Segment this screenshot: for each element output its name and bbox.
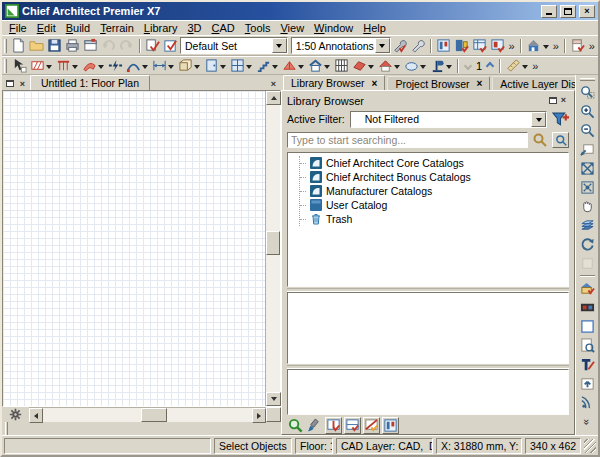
add-filter-funnel-icon[interactable] <box>552 111 569 128</box>
open-plan-button[interactable] <box>28 37 46 55</box>
menu-terrain[interactable]: Terrain <box>95 22 139 34</box>
tree-item-manufacturer-catalogs[interactable]: Manufacturer Catalogs <box>300 184 471 198</box>
dropdown-arrow-icon[interactable] <box>272 65 278 72</box>
dropdown-arrow-icon[interactable] <box>298 65 304 72</box>
plan-settings-button[interactable] <box>2 407 29 422</box>
tree-item-core-catalogs[interactable]: Chief Architect Core Catalogs <box>300 156 471 170</box>
edit-active-defaults-button[interactable] <box>391 37 409 55</box>
measure-tools-button[interactable] <box>504 57 522 75</box>
tab-active-layer-display-options[interactable]: Active Layer Display Options × <box>492 76 575 90</box>
annotation-scale-dropdown-button[interactable] <box>375 38 390 53</box>
float-window-button[interactable] <box>4 78 15 89</box>
door-tools-button[interactable] <box>202 57 220 75</box>
horizontal-scroll-thumb[interactable] <box>141 408 167 422</box>
cabinet-tools-button[interactable] <box>176 57 194 75</box>
library-options-button[interactable] <box>382 417 399 434</box>
dropdown-arrow-icon[interactable] <box>394 65 400 72</box>
filter-dropdown-button[interactable] <box>531 112 546 127</box>
fill-window-building-button[interactable] <box>577 178 597 197</box>
layer-sets-button[interactable] <box>577 216 597 235</box>
camera-view-button[interactable] <box>577 279 597 298</box>
close-button[interactable]: × <box>579 5 595 18</box>
rotate-view-button[interactable] <box>577 235 597 254</box>
library-search-input[interactable] <box>287 132 528 148</box>
dropdown-arrow-icon[interactable] <box>522 65 528 72</box>
tree-item-trash[interactable]: Trash <box>300 212 471 226</box>
electrical-tools-button[interactable] <box>106 57 124 75</box>
annotation-scale-combobox[interactable]: 1:50 Annotations <box>291 37 391 54</box>
toolbar-grip[interactable] <box>4 39 7 53</box>
export-picture-button[interactable] <box>82 37 100 55</box>
dropdown-arrow-icon[interactable] <box>246 65 252 72</box>
undo-button[interactable] <box>100 37 118 55</box>
close-pane-button[interactable]: × <box>17 78 28 89</box>
close-panel-button[interactable]: × <box>558 95 569 106</box>
dropdown-arrow-icon[interactable] <box>324 65 330 72</box>
menu-help[interactable]: Help <box>358 22 391 34</box>
dropdown-arrow-icon[interactable] <box>194 65 200 72</box>
tab-floor-plan[interactable]: Untitled 1: Floor Plan <box>30 75 150 90</box>
floor-down-button[interactable] <box>464 61 472 69</box>
dimension-tools-button[interactable] <box>150 57 168 75</box>
settings-wrench-button[interactable] <box>409 37 427 55</box>
roof-tools-button[interactable] <box>280 57 298 75</box>
new-plan-button[interactable] <box>10 37 28 55</box>
dropdown-arrow-icon[interactable] <box>446 65 452 72</box>
undo-zoom-button[interactable] <box>577 140 597 159</box>
plan-preview-button[interactable] <box>577 336 597 355</box>
skylight-tools-button[interactable] <box>350 57 368 75</box>
tab-library-browser[interactable]: Library Browser × <box>283 75 385 90</box>
toolbar-overflow-button[interactable]: » <box>587 40 597 52</box>
dropdown-arrow-icon[interactable] <box>420 65 426 72</box>
toolbar-overflow-button[interactable]: » <box>551 40 561 52</box>
vertical-scroll-thumb[interactable] <box>266 231 280 255</box>
advanced-search-button[interactable] <box>552 132 569 148</box>
toggle-preview-button[interactable] <box>287 417 304 434</box>
toolbar-grip[interactable] <box>580 78 595 81</box>
arc-tools-button[interactable] <box>124 57 142 75</box>
column-tools-button[interactable] <box>428 57 446 75</box>
default-set-combobox[interactable]: Default Set <box>180 37 288 54</box>
menu-edit[interactable]: Edit <box>32 22 61 34</box>
tree-item-bonus-catalogs[interactable]: Chief Architect Bonus Catalogs <box>300 170 471 184</box>
camera-views-button[interactable] <box>525 37 543 55</box>
dropdown-arrow-icon[interactable] <box>142 65 148 72</box>
horizontal-scrollbar[interactable] <box>29 407 266 422</box>
menu-file[interactable]: File <box>4 22 32 34</box>
vertical-scroll-track[interactable] <box>266 105 280 392</box>
menu-window[interactable]: Window <box>309 22 358 34</box>
active-defaults-button[interactable] <box>162 37 180 55</box>
framed-view-button[interactable] <box>577 317 597 336</box>
sound-tool-button[interactable] <box>577 393 597 412</box>
text-tool-button[interactable] <box>577 355 597 374</box>
railing-tools-button[interactable] <box>54 57 72 75</box>
toolbar-overflow-button[interactable]: » <box>507 40 517 52</box>
plan-dialog-button[interactable] <box>435 37 453 55</box>
toolbar-grip[interactable] <box>4 59 7 73</box>
library-dialog-button[interactable] <box>453 37 471 55</box>
dropdown-arrow-icon[interactable] <box>72 65 78 72</box>
maximize-button[interactable] <box>560 5 576 18</box>
default-set-dropdown-button[interactable] <box>272 38 287 53</box>
select-objects-button[interactable] <box>10 57 28 75</box>
scroll-left-button[interactable] <box>29 408 43 423</box>
dropdown-arrow-icon[interactable] <box>220 65 226 72</box>
menu-3d[interactable]: 3D <box>182 22 206 34</box>
dropdown-arrow-icon[interactable] <box>98 65 104 72</box>
tab-project-browser[interactable]: Project Browser × <box>387 76 490 90</box>
dropdown-arrow-icon[interactable] <box>368 65 374 72</box>
style-palette-button[interactable] <box>306 417 323 434</box>
menu-view[interactable]: View <box>275 22 309 34</box>
toggle-split-view-button[interactable] <box>363 417 380 434</box>
menu-tools[interactable]: Tools <box>240 22 276 34</box>
menu-build[interactable]: Build <box>61 22 95 34</box>
float-panel-button[interactable] <box>547 95 558 106</box>
toggle-filter-pane-button[interactable] <box>325 417 342 434</box>
scroll-down-button[interactable] <box>266 392 281 406</box>
dormer-tools-button[interactable] <box>306 57 324 75</box>
menu-library[interactable]: Library <box>139 22 183 34</box>
redo-button[interactable] <box>118 37 136 55</box>
resize-grip[interactable] <box>584 439 596 453</box>
window-tools-button[interactable] <box>228 57 246 75</box>
render-view-button[interactable] <box>577 298 597 317</box>
